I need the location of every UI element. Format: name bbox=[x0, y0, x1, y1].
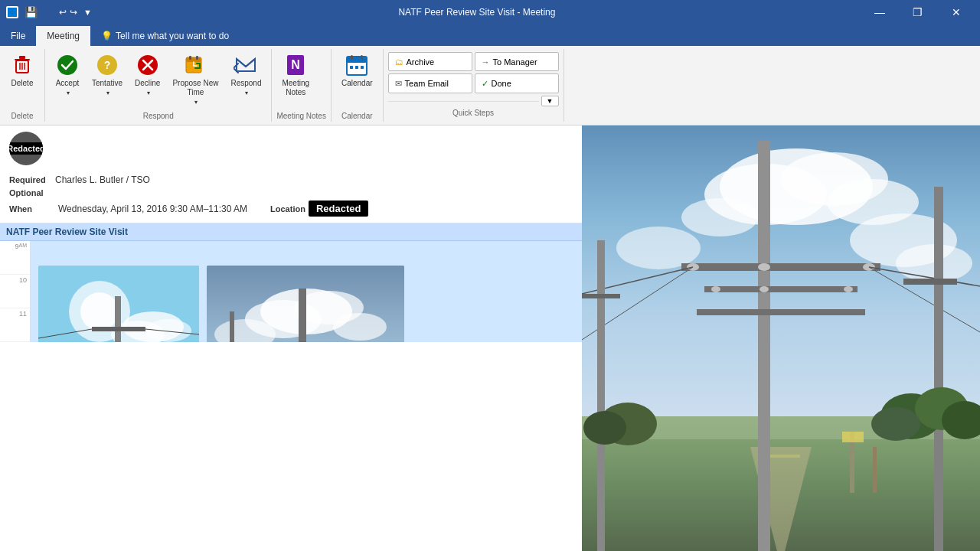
ribbon-group-respond: Accept ▾ ? Tentative ▾ bbox=[45, 49, 272, 122]
svg-rect-99 bbox=[597, 240, 605, 551]
quicksteps-group-label: Quick Steps bbox=[388, 106, 559, 119]
ribbon-content: Delete Delete Accept ▾ bbox=[0, 46, 980, 125]
when-label: When bbox=[9, 204, 55, 214]
minimize-button[interactable]: — bbox=[862, 0, 897, 24]
decline-icon bbox=[136, 53, 160, 77]
to-manager-button[interactable]: → To Manager bbox=[475, 52, 559, 71]
team-email-icon: ✉ bbox=[395, 79, 402, 89]
svg-rect-37 bbox=[92, 327, 145, 331]
accept-dropdown[interactable]: ▾ bbox=[67, 90, 70, 96]
tentative-label: Tentative bbox=[92, 79, 122, 88]
archive-button[interactable]: 🗂 Archive bbox=[388, 52, 472, 71]
svg-rect-0 bbox=[8, 8, 17, 17]
close-button[interactable]: ✕ bbox=[939, 0, 974, 24]
to-manager-label: To Manager bbox=[493, 57, 537, 67]
tab-meeting[interactable]: Meeting bbox=[36, 26, 90, 46]
respond-group-label: Respond bbox=[50, 109, 266, 122]
meeting-notes-button[interactable]: N MeetingNotes bbox=[276, 49, 315, 101]
sender-redacted: Redacted bbox=[9, 142, 43, 155]
svg-rect-87 bbox=[704, 286, 858, 292]
respond-button[interactable]: Respond ▾ bbox=[225, 49, 266, 100]
maximize-button[interactable]: ❐ bbox=[900, 0, 936, 24]
undo-icon[interactable]: ↩ bbox=[59, 7, 67, 18]
tab-file[interactable]: File bbox=[0, 26, 36, 46]
time-slot-10: 10 bbox=[0, 275, 30, 308]
svg-rect-14 bbox=[186, 57, 201, 62]
customize-icon[interactable]: ▼ bbox=[83, 8, 92, 17]
email-pane: Redacted Required Charles L. Butler / TS… bbox=[0, 126, 582, 551]
required-value: Charles L. Butler / TSO bbox=[55, 174, 150, 185]
meeting-notes-label: MeetingNotes bbox=[282, 79, 309, 97]
time-slot-9: 9AM bbox=[0, 241, 30, 275]
delete-icon bbox=[10, 53, 34, 77]
svg-rect-111 bbox=[873, 447, 877, 493]
photo-1 bbox=[38, 266, 199, 342]
svg-rect-25 bbox=[350, 66, 353, 69]
team-email-button[interactable]: ✉ Team Email bbox=[388, 73, 472, 93]
done-button[interactable]: ✓ Done bbox=[475, 73, 559, 93]
archive-icon: 🗂 bbox=[395, 57, 403, 67]
svg-point-30 bbox=[80, 292, 119, 331]
delete-button[interactable]: Delete bbox=[5, 49, 40, 92]
decline-button[interactable]: Decline ▾ bbox=[129, 49, 165, 100]
tentative-dropdown[interactable]: ▾ bbox=[106, 90, 109, 96]
tentative-button[interactable]: ? Tentative ▾ bbox=[87, 49, 128, 100]
accept-button[interactable]: Accept ▾ bbox=[50, 49, 85, 100]
propose-time-button[interactable]: Propose NewTime ▾ bbox=[167, 49, 224, 109]
svg-point-94 bbox=[844, 286, 853, 292]
calendar-body: 9AM 10 11 bbox=[0, 241, 582, 342]
respond-label: Respond bbox=[230, 79, 261, 88]
svg-point-33 bbox=[145, 319, 191, 342]
svg-rect-86 bbox=[681, 263, 880, 271]
svg-rect-100 bbox=[582, 294, 620, 298]
to-manager-icon: → bbox=[482, 57, 490, 67]
svg-point-80 bbox=[616, 227, 701, 269]
svg-rect-85 bbox=[758, 141, 770, 551]
tell-me-bar[interactable]: 💡 Tell me what you want to do bbox=[93, 26, 237, 46]
accept-icon bbox=[55, 53, 80, 77]
ribbon-group-quicksteps: 🗂 Archive → To Manager ✉ Team Email ✓ Do… bbox=[384, 49, 564, 122]
propose-time-label: Propose NewTime bbox=[172, 79, 218, 97]
photo-2 bbox=[207, 266, 404, 342]
save-titlebar-icon[interactable]: 💾 bbox=[24, 6, 38, 18]
delete-group-label: Delete bbox=[5, 109, 40, 122]
svg-point-78 bbox=[681, 198, 758, 236]
location-label: Location bbox=[270, 204, 305, 214]
svg-text:?: ? bbox=[104, 59, 111, 71]
calendar-icon bbox=[345, 53, 369, 77]
time-slot-11: 11 bbox=[0, 308, 30, 342]
ribbon-group-calendar: Calendar Calendar bbox=[332, 49, 384, 122]
meeting-notes-icon: N bbox=[283, 53, 308, 77]
decline-dropdown[interactable]: ▾ bbox=[147, 90, 150, 96]
events-column bbox=[31, 241, 582, 342]
svg-rect-15 bbox=[189, 56, 191, 60]
tower-photo-svg bbox=[582, 126, 980, 551]
svg-rect-101 bbox=[934, 187, 943, 551]
propose-dropdown[interactable]: ▾ bbox=[194, 99, 198, 106]
propose-time-icon bbox=[183, 53, 207, 77]
svg-rect-26 bbox=[355, 66, 358, 69]
location-redacted: Redacted bbox=[309, 201, 369, 217]
svg-rect-102 bbox=[903, 279, 957, 285]
ribbon-group-delete: Delete Delete bbox=[0, 49, 45, 122]
svg-point-106 bbox=[871, 407, 920, 441]
right-panel bbox=[582, 126, 980, 551]
quicksteps-expand-button[interactable]: ▼ bbox=[541, 96, 559, 106]
respond-dropdown[interactable]: ▾ bbox=[245, 90, 248, 96]
required-label: Required bbox=[9, 175, 55, 184]
svg-point-108 bbox=[583, 411, 626, 445]
optional-label: Optional bbox=[9, 188, 55, 197]
svg-rect-27 bbox=[361, 66, 364, 69]
svg-point-92 bbox=[711, 286, 720, 292]
svg-rect-24 bbox=[361, 55, 363, 60]
calendar-button[interactable]: Calendar bbox=[336, 49, 378, 92]
redo-icon[interactable]: ↪ bbox=[70, 7, 77, 18]
svg-point-46 bbox=[333, 313, 387, 341]
svg-point-7 bbox=[57, 55, 77, 75]
meeting-notes-group-label: Meeting Notes bbox=[276, 109, 325, 122]
lightbulb-icon: 💡 bbox=[101, 31, 113, 41]
done-icon: ✓ bbox=[482, 79, 488, 89]
time-am: AM bbox=[19, 243, 28, 248]
decline-label: Decline bbox=[135, 79, 160, 88]
app-icon bbox=[6, 6, 18, 18]
